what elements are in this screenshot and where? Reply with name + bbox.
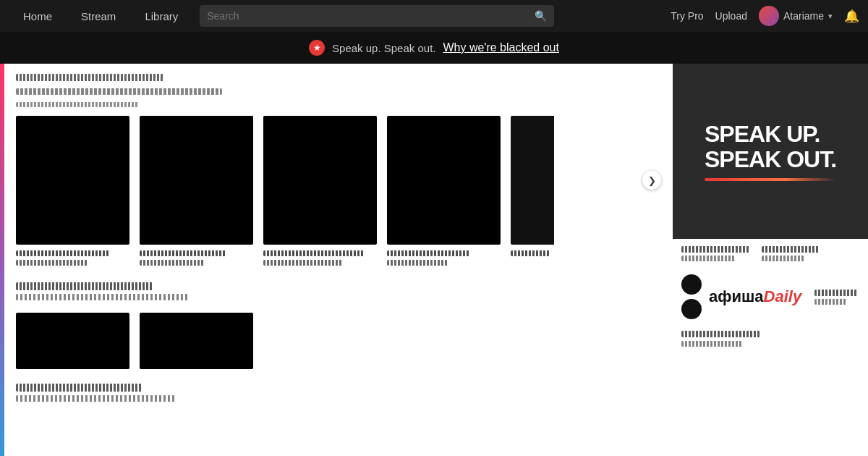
search-bar: 🔍 — [200, 5, 554, 27]
ad-line1: SPEAK UP. — [705, 122, 836, 147]
video-meta-partial — [511, 250, 554, 269]
right-extra-scribbles — [814, 290, 858, 305]
avatar — [759, 6, 779, 26]
bell-icon[interactable]: 🔔 — [844, 9, 859, 24]
video-thumb-2[interactable] — [140, 116, 253, 245]
meta-title-1 — [16, 250, 110, 256]
ad-text: SPEAK UP. SPEAK OUT. — [690, 107, 851, 195]
section1-title — [16, 74, 164, 81]
next-button[interactable]: ❯ — [642, 171, 661, 190]
right-meta-1 — [681, 246, 750, 261]
username-label: Atariame — [783, 10, 824, 22]
right-meta-2 — [762, 246, 820, 261]
video-thumb-2-2[interactable] — [140, 313, 253, 369]
section1-desc — [16, 102, 139, 107]
blackout-text: Speak up. Speak out. — [332, 42, 435, 54]
blackout-link[interactable]: Why we're blacked out — [443, 41, 558, 54]
section3-subtitle — [16, 395, 175, 402]
afisha-black-text: афиша — [709, 287, 764, 305]
blackout-banner: ★ Speak up. Speak out. Why we're blacked… — [0, 32, 868, 64]
main-content: ❯ — [0, 64, 868, 456]
right-scribbles-section — [673, 239, 868, 269]
video-meta-4 — [387, 250, 501, 269]
left-accent-bar — [0, 64, 4, 456]
afisha-dot-2 — [681, 299, 702, 319]
search-icon: 🔍 — [535, 10, 547, 22]
chevron-down-icon: ▾ — [828, 12, 833, 21]
speak-up-ad[interactable]: SPEAK UP. SPEAK OUT. — [673, 64, 868, 239]
meta-sub-1 — [16, 260, 88, 266]
section3-title — [16, 384, 142, 392]
meta-title-3 — [263, 250, 365, 256]
afisha-logo: афишаDaily — [709, 287, 801, 306]
left-panel: ❯ — [0, 64, 673, 456]
star-icon: ★ — [309, 40, 325, 56]
ad-underline — [705, 178, 836, 181]
video-thumb-partial — [511, 116, 554, 245]
video-thumb-3[interactable] — [263, 116, 377, 245]
video-meta-row — [4, 245, 673, 269]
video-thumb-2-1[interactable] — [16, 313, 129, 369]
meta-sub-2 — [140, 260, 205, 266]
ad-line2: SPEAK OUT. — [705, 147, 836, 172]
video-thumb-1[interactable] — [16, 116, 129, 245]
right-panel: SPEAK UP. SPEAK OUT. афишаDaily — [673, 64, 868, 456]
section1-header — [4, 64, 673, 116]
nav-right: Try Pro Upload Atariame ▾ 🔔 — [671, 6, 859, 26]
video-row: ❯ — [4, 116, 673, 245]
right-bottom-scribbles — [673, 325, 868, 352]
meta-title-partial — [511, 250, 550, 256]
section2-title — [16, 282, 153, 290]
section1-subtitle — [16, 88, 222, 94]
video-meta-3 — [263, 250, 377, 269]
afisha-red-text: Daily — [764, 287, 802, 305]
upload-button[interactable]: Upload — [715, 10, 747, 22]
video-row-2 — [4, 313, 673, 371]
meta-sub-3 — [263, 260, 343, 266]
afisha-dots — [681, 274, 702, 319]
video-meta-2 — [140, 250, 253, 269]
search-input[interactable] — [207, 10, 535, 22]
section3-header — [4, 371, 673, 405]
meta-title-4 — [387, 250, 470, 256]
video-thumb-4[interactable] — [387, 116, 501, 245]
video-meta-1 — [16, 250, 129, 269]
nav-library[interactable]: Library — [130, 0, 192, 32]
meta-sub-4 — [387, 260, 448, 266]
try-pro-button[interactable]: Try Pro — [671, 10, 703, 22]
afisha-area: афишаDaily — [673, 269, 868, 325]
user-menu[interactable]: Atariame ▾ — [759, 6, 833, 26]
meta-title-2 — [140, 250, 226, 256]
nav-home[interactable]: Home — [9, 0, 67, 32]
nav-stream[interactable]: Stream — [67, 0, 130, 32]
navbar: Home Stream Library 🔍 Try Pro Upload Ata… — [0, 0, 868, 32]
section2-header — [4, 269, 673, 313]
afisha-dot-1 — [681, 274, 702, 295]
section2-subtitle — [16, 294, 190, 300]
